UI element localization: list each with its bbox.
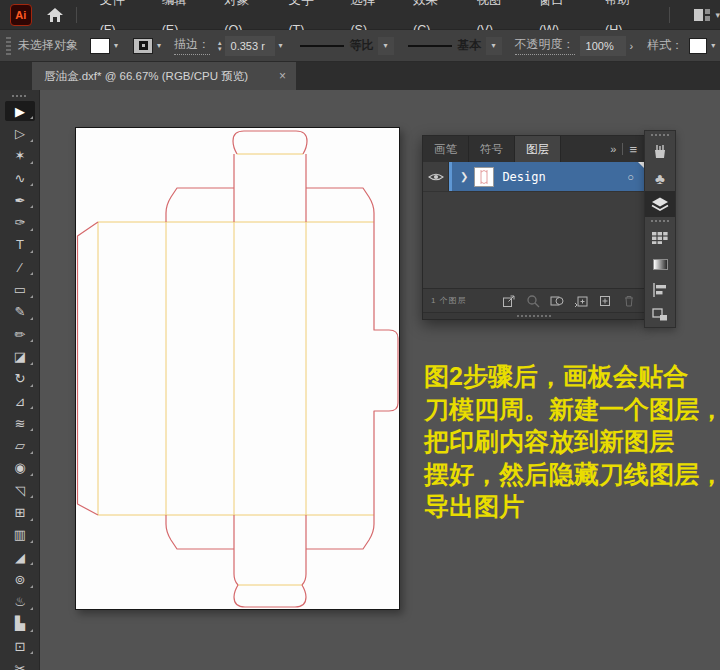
free-transform-tool[interactable]: ▱ (0, 434, 40, 456)
blend-tool[interactable]: ⊚ (0, 568, 40, 590)
layer-name[interactable]: Design (502, 170, 545, 184)
slice-tool[interactable]: ✂ (0, 657, 40, 670)
opacity-label[interactable]: 不透明度： (515, 36, 575, 55)
stroke-weight-value[interactable]: 0.353 r (225, 36, 275, 56)
panel-tab-图层[interactable]: 图层 (515, 136, 561, 162)
brush-definition-control[interactable]: 基本 ▾ (408, 37, 502, 55)
paintbrush-tool-icon: ✎ (15, 305, 26, 318)
cut-line-bottom-right-dust-flap (306, 515, 374, 549)
divider (669, 7, 670, 23)
cut-line-bottom-tuck-left (234, 515, 238, 585)
new-layer-icon[interactable] (598, 294, 612, 308)
slice-tool-icon: ✂ (15, 662, 26, 670)
width-profile-control[interactable]: 等比 ▾ (300, 37, 394, 55)
layers-panel: 画笔符号图层 » ≡ ❯ (422, 135, 645, 320)
stroke-weight-label[interactable]: 描边： (174, 36, 210, 55)
chevron-down-icon[interactable]: ▾ (279, 41, 283, 50)
panel-tab-画笔[interactable]: 画笔 (423, 136, 469, 162)
new-sublayer-icon[interactable] (574, 294, 588, 308)
chevron-down-icon[interactable]: ▾ (378, 37, 394, 55)
layer-thumbnail[interactable] (474, 167, 494, 187)
chevron-down-icon[interactable]: ▾ (486, 37, 502, 55)
eyedropper-tool[interactable]: ◢ (0, 546, 40, 568)
rectangle-tool[interactable]: ▭ (0, 278, 40, 300)
collect-for-export-icon[interactable] (502, 294, 516, 308)
swatches-panel-icon[interactable] (645, 225, 675, 251)
scale-tool-icon: ⊿ (15, 395, 26, 408)
column-graph-tool[interactable]: ▙ (0, 613, 40, 635)
pen-tool[interactable]: ✒ (0, 189, 40, 211)
annotation-line: 刀模四周。新建一个图层， (424, 393, 720, 426)
document-tab[interactable]: 唇油盒.dxf* @ 66.67% (RGB/CPU 预览) × (32, 62, 296, 90)
curvature-tool[interactable]: ✑ (0, 211, 40, 233)
artboard-tool[interactable]: ⊡ (0, 635, 40, 657)
chevron-down-icon[interactable]: ▾ (157, 41, 161, 50)
shaper-tool-icon: ✏ (15, 328, 26, 341)
layers-panel-icon[interactable] (645, 191, 675, 217)
eraser-tool[interactable]: ◪ (0, 345, 40, 367)
transform-panel-icon[interactable] (645, 303, 675, 325)
selection-status: 未选择对象 (18, 37, 78, 54)
opacity-more-arrow[interactable]: › (630, 40, 634, 52)
symbol-sprayer-tool[interactable]: ♨ (0, 591, 40, 613)
panel-menu-icon[interactable]: ≡ (629, 142, 637, 157)
brushes-panel-icon[interactable] (645, 139, 675, 165)
panel-resize-handle[interactable] (423, 312, 644, 319)
delete-layer-icon[interactable] (622, 294, 636, 308)
shape-builder-tool[interactable]: ◉ (0, 457, 40, 479)
app-logo-icon[interactable]: Ai (10, 4, 32, 26)
home-icon[interactable] (46, 7, 64, 23)
visibility-toggle[interactable] (423, 162, 449, 191)
panel-grip[interactable] (645, 131, 675, 139)
magic-wand-tool[interactable]: ✶ (0, 145, 40, 167)
direct-selection-tool[interactable]: ▷ (0, 122, 40, 144)
annotation-line: 摆好，然后隐藏刀线图层， (424, 458, 720, 491)
rotate-tool-icon: ↻ (15, 372, 26, 385)
stroke-color-swatch[interactable] (133, 38, 153, 54)
fill-color-swatch[interactable] (90, 38, 110, 54)
scale-tool[interactable]: ⊿ (0, 390, 40, 412)
symbols-panel-icon[interactable]: ♣ (645, 165, 675, 191)
type-tool[interactable]: T (0, 234, 40, 256)
disclosure-arrow-icon[interactable]: ❯ (460, 171, 468, 182)
style-swatch[interactable] (689, 38, 707, 54)
layers-list: ❯ Design ○ (423, 162, 644, 288)
close-icon[interactable]: × (279, 69, 286, 83)
cut-line-bottom-tuck-right (302, 515, 306, 585)
layer-row[interactable]: ❯ Design ○ (423, 162, 644, 192)
line-segment-tool[interactable]: ∕ (0, 256, 40, 278)
paintbrush-tool[interactable]: ✎ (0, 301, 40, 323)
stroke-weight-stepper[interactable]: ▴▾ (218, 40, 222, 52)
cut-line-bottom-tuck-flap (234, 585, 306, 607)
gradient-tool[interactable]: ▥ (0, 524, 40, 546)
align-panel-icon[interactable] (645, 277, 675, 303)
width-tool[interactable]: ≋ (0, 412, 40, 434)
make-clipping-mask-icon[interactable] (550, 294, 564, 308)
chevron-down-icon[interactable]: ▾ (711, 41, 715, 50)
shaper-tool[interactable]: ✏ (0, 323, 40, 345)
brush-preview (408, 45, 452, 47)
rotate-tool[interactable]: ↻ (0, 368, 40, 390)
symbol-sprayer-tool-icon: ♨ (14, 595, 26, 608)
annotation-line: 把印刷内容放到新图层 (424, 425, 720, 458)
selected-layer[interactable]: ❯ Design ○ (449, 162, 644, 191)
target-circle-icon[interactable]: ○ (627, 171, 634, 183)
line-segment-tool-icon: ∕ (19, 261, 21, 274)
perspective-grid-tool[interactable]: ◹ (0, 479, 40, 501)
opacity-value[interactable]: 100% (580, 36, 626, 56)
lasso-tool[interactable]: ∿ (0, 167, 40, 189)
panel-tab-符号[interactable]: 符号 (469, 136, 515, 162)
selection-tool[interactable]: ▶ (0, 100, 40, 122)
panel-grip[interactable] (645, 217, 675, 225)
panel-grip[interactable] (6, 37, 11, 55)
dieline-drawing (76, 128, 401, 611)
cut-line-tuck-flap (233, 131, 307, 154)
mesh-tool[interactable]: ⊞ (0, 501, 40, 523)
panel-grip[interactable] (12, 92, 27, 99)
artboard[interactable] (75, 127, 400, 610)
locate-object-icon[interactable] (526, 294, 540, 308)
workspace-switcher[interactable]: ▾ (694, 9, 720, 21)
gradient-panel-icon[interactable] (645, 251, 675, 277)
panel-collapse-icon[interactable]: » (610, 143, 616, 155)
chevron-down-icon[interactable]: ▾ (114, 41, 118, 50)
